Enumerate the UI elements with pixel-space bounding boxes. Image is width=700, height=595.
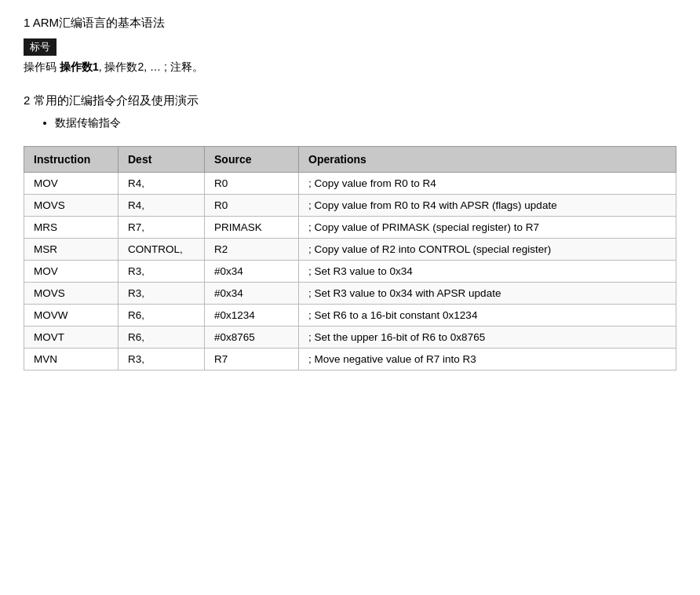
cell-instruction: MOV: [24, 261, 118, 283]
table-row: MOVR4,R0; Copy value from R0 to R4: [24, 173, 676, 195]
cell-dest: R4,: [118, 195, 205, 217]
table-row: MOVSR4,R0; Copy value from R0 to R4 with…: [24, 195, 676, 217]
bullet-list: 数据传输指令: [24, 116, 676, 130]
table-row: MOVSR3,#0x34; Set R3 value to 0x34 with …: [24, 283, 676, 305]
table-row: MOVWR6,#0x1234; Set R6 to a 16-bit const…: [24, 305, 676, 327]
cell-dest: R3,: [118, 349, 205, 371]
cell-operations: ; Set R3 value to 0x34: [299, 261, 676, 283]
cell-instruction: MOVS: [24, 283, 118, 305]
label-box: 标号: [24, 38, 57, 56]
cell-source: R0: [205, 173, 299, 195]
cell-operations: ; Copy value from R0 to R4 with APSR (fl…: [299, 195, 676, 217]
cell-operations: ; Set R6 to a 16-bit constant 0x1234: [299, 305, 676, 327]
cell-instruction: MRS: [24, 217, 118, 239]
table-header-row: Instruction Dest Source Operations: [24, 147, 676, 173]
cell-source: #0x1234: [205, 305, 299, 327]
table-body: MOVR4,R0; Copy value from R0 to R4MOVSR4…: [24, 173, 676, 371]
cell-source: PRIMASK: [205, 217, 299, 239]
syntax-opcode: 操作码: [24, 60, 60, 73]
table-row: MVNR3,R7; Move negative value of R7 into…: [24, 349, 676, 371]
cell-dest: R3,: [118, 283, 205, 305]
cell-instruction: MOV: [24, 173, 118, 195]
cell-source: #0x34: [205, 283, 299, 305]
cell-operations: ; Set the upper 16-bit of R6 to 0x8765: [299, 327, 676, 349]
cell-operations: ; Copy value of R2 into CONTROL (special…: [299, 239, 676, 261]
syntax-operand1: 操作数1: [60, 60, 99, 73]
cell-dest: CONTROL,: [118, 239, 205, 261]
syntax-comma1: , 操作数2, … ; 注释。: [99, 60, 203, 73]
instruction-table: Instruction Dest Source Operations MOVR4…: [24, 146, 676, 371]
table-row: MRSR7,PRIMASK; Copy value of PRIMASK (sp…: [24, 217, 676, 239]
cell-source: #0x8765: [205, 327, 299, 349]
th-operations: Operations: [299, 147, 676, 173]
cell-instruction: MSR: [24, 239, 118, 261]
th-source: Source: [205, 147, 299, 173]
table-row: MOVR3,#0x34; Set R3 value to 0x34: [24, 261, 676, 283]
cell-dest: R6,: [118, 305, 205, 327]
th-dest: Dest: [118, 147, 205, 173]
cell-operations: ; Copy value of PRIMASK (special registe…: [299, 217, 676, 239]
cell-operations: ; Set R3 value to 0x34 with APSR update: [299, 283, 676, 305]
cell-dest: R6,: [118, 327, 205, 349]
section1-title: 1 ARM汇编语言的基本语法: [24, 16, 676, 31]
th-instruction: Instruction: [24, 147, 118, 173]
cell-source: #0x34: [205, 261, 299, 283]
cell-instruction: MOVS: [24, 195, 118, 217]
cell-dest: R4,: [118, 173, 205, 195]
cell-dest: R7,: [118, 217, 205, 239]
cell-instruction: MOVW: [24, 305, 118, 327]
cell-source: R0: [205, 195, 299, 217]
cell-instruction: MVN: [24, 349, 118, 371]
cell-source: R7: [205, 349, 299, 371]
table-row: MOVTR6,#0x8765; Set the upper 16-bit of …: [24, 327, 676, 349]
cell-operations: ; Move negative value of R7 into R3: [299, 349, 676, 371]
syntax-line: 操作码 操作数1, 操作数2, … ; 注释。: [24, 60, 676, 75]
cell-source: R2: [205, 239, 299, 261]
bullet-item-1: 数据传输指令: [55, 116, 676, 130]
cell-instruction: MOVT: [24, 327, 118, 349]
cell-operations: ; Copy value from R0 to R4: [299, 173, 676, 195]
cell-dest: R3,: [118, 261, 205, 283]
section2-title: 2 常用的汇编指令介绍及使用演示: [24, 93, 676, 108]
table-row: MSRCONTROL,R2; Copy value of R2 into CON…: [24, 239, 676, 261]
